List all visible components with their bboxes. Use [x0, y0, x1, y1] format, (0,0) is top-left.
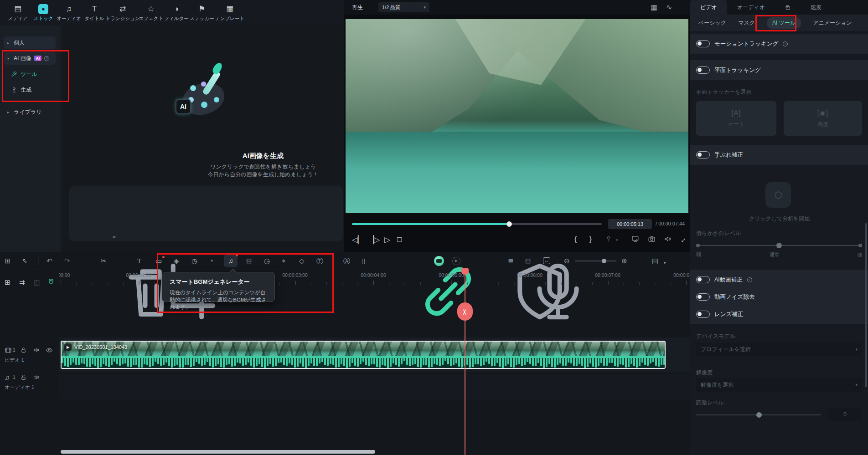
select-tool-icon[interactable]: ⇖: [22, 257, 28, 265]
playhead-split-button[interactable]: ✂: [457, 302, 473, 321]
ai-copilot-icon[interactable]: [434, 256, 444, 266]
tab-effects[interactable]: ☆エフェクト: [140, 4, 162, 22]
sidebar-item-ai-generate[interactable]: 生成: [11, 84, 52, 96]
tab-video[interactable]: ビデオ: [690, 0, 727, 15]
auto-ripple-icon[interactable]: ↔: [543, 257, 550, 264]
zoom-region-icon[interactable]: ⌖: [282, 257, 285, 265]
speed-ramp-icon[interactable]: ◷: [191, 257, 197, 265]
lock-icon[interactable]: [20, 347, 27, 353]
play-button[interactable]: ▷: [384, 235, 390, 245]
seek-bar[interactable]: [352, 223, 602, 225]
mask-tool-icon[interactable]: ▭: [155, 257, 162, 265]
device-profile-dropdown[interactable]: プロフィールを選択 ▾: [696, 343, 862, 356]
track-manager-caret[interactable]: ▾: [664, 259, 666, 266]
playhead-handle[interactable]: [461, 268, 469, 275]
multi-view-icon[interactable]: ▦: [651, 4, 657, 11]
redo-icon[interactable]: ↷: [64, 257, 70, 265]
analyze-icon[interactable]: ⬡: [765, 182, 791, 208]
timeline-clip[interactable]: ▶ VID_20230501_134043: [61, 341, 666, 369]
tab-filters[interactable]: ◑フィルター: [165, 4, 188, 22]
audio-track-lane[interactable]: [0, 374, 690, 399]
playhead-line[interactable]: [465, 269, 465, 455]
translate-icon[interactable]: Ⓣ: [316, 257, 323, 265]
video-frame[interactable]: [346, 19, 688, 213]
help-icon[interactable]: ?: [44, 56, 49, 61]
layout-grid-icon[interactable]: ⊞: [5, 257, 10, 265]
undo-icon[interactable]: ↶: [46, 257, 52, 265]
play-menu-label[interactable]: 再生: [352, 4, 363, 11]
planar-advanced-card[interactable]: [◉] 高度: [784, 101, 862, 136]
help-icon[interactable]: ?: [747, 277, 752, 282]
quality-dropdown[interactable]: 1/2 品質 ▾: [378, 2, 429, 12]
timeline-ruler[interactable]: 00:00:00 00:00:01:00 00:00:02:00 00:00:0…: [50, 270, 690, 285]
chroma-key-icon[interactable]: ◈: [174, 257, 179, 265]
sidebar-item-ai-image[interactable]: ▾ AI 画像 AI ?: [4, 52, 56, 65]
tab-media[interactable]: ▤メディア: [6, 4, 29, 22]
fullscreen-icon[interactable]: ↔: [677, 234, 688, 245]
subtab-mask[interactable]: マスク: [738, 19, 755, 27]
adjustment-handle[interactable]: [756, 412, 762, 418]
tab-templates[interactable]: ▦テンプレート: [216, 4, 243, 22]
screen-snapshot-icon[interactable]: ⊡: [525, 257, 531, 265]
split-scissors-icon[interactable]: ✂: [101, 257, 107, 265]
sidebar-item-ai-tools[interactable]: ツール: [11, 68, 52, 80]
motion-tracking-toggle[interactable]: [696, 40, 710, 47]
inspector-scrollbar[interactable]: [865, 223, 867, 387]
mute-speaker-icon[interactable]: [33, 374, 40, 381]
adjustment-slider[interactable]: [696, 414, 821, 415]
timeline-zoom-handle[interactable]: [602, 259, 606, 263]
insert-mode-icon[interactable]: ⇉: [19, 278, 25, 286]
marker-pin-icon[interactable]: [605, 235, 612, 242]
smart-bgm-generator-button[interactable]: ♫: [224, 255, 238, 267]
tab-stickers[interactable]: ⚑ステッカー: [191, 4, 213, 22]
stabilization-toggle[interactable]: [696, 151, 710, 158]
stop-button[interactable]: □: [397, 235, 402, 244]
mute-speaker-icon[interactable]: [33, 347, 40, 353]
tab-transitions[interactable]: ⇄トランジション: [108, 4, 137, 22]
speaker-icon[interactable]: [664, 235, 672, 243]
tab-audio[interactable]: ♫オーディオ: [57, 4, 80, 22]
eye-icon[interactable]: [46, 347, 53, 354]
tab-speed[interactable]: 速度: [801, 0, 832, 15]
planar-tracking-toggle[interactable]: [696, 66, 710, 74]
tab-color[interactable]: 色: [775, 0, 801, 15]
denoise-toggle[interactable]: [696, 293, 710, 301]
marker-caret-icon[interactable]: ▾: [616, 238, 618, 242]
subtab-ai-tools[interactable]: AI ツール: [767, 17, 801, 29]
timeline-zoom-slider[interactable]: [575, 261, 616, 261]
timeline-horizontal-scrollbar[interactable]: [61, 450, 375, 454]
timer-icon[interactable]: ◶: [264, 257, 270, 265]
mark-in-icon[interactable]: {: [574, 235, 577, 243]
sidebar-item-personal[interactable]: ▸ 個人: [4, 36, 56, 49]
planar-auto-card[interactable]: [A] オート: [696, 101, 776, 136]
mark-out-icon[interactable]: }: [589, 235, 592, 243]
voiceover-mic-icon[interactable]: [490, 257, 626, 326]
smoothness-handle[interactable]: [776, 243, 782, 248]
text-tool-icon[interactable]: T: [137, 257, 141, 265]
ai-enhance-toggle[interactable]: [696, 276, 710, 283]
scope-icon[interactable]: ∿: [666, 4, 672, 11]
lens-correction-toggle[interactable]: [696, 311, 710, 318]
subtitle-list-icon[interactable]: ≣: [508, 257, 514, 265]
keyframe-icon[interactable]: ◇: [299, 257, 305, 265]
next-frame-button[interactable]: ▕▷: [368, 235, 380, 245]
mirror-display-icon[interactable]: [631, 235, 639, 243]
trim-clip-icon[interactable]: ▯: [362, 257, 365, 265]
help-icon[interactable]: ?: [783, 41, 788, 46]
text-to-speech-icon[interactable]: ⊟: [246, 257, 252, 265]
lock-icon[interactable]: [20, 374, 27, 381]
color-palette-icon[interactable]: ◔: [209, 257, 213, 265]
prev-frame-button[interactable]: ◁▏: [352, 235, 364, 245]
subtab-animation[interactable]: アニメーション: [813, 19, 852, 27]
track-manager-icon[interactable]: ▤: [652, 257, 658, 265]
subtab-basic[interactable]: ベーシック: [698, 19, 726, 27]
render-preview-icon[interactable]: ▶: [452, 257, 460, 265]
tab-audio-insp[interactable]: オーディオ: [727, 0, 775, 15]
add-track-icon[interactable]: ⊞: [5, 278, 10, 286]
zoom-out-icon[interactable]: ⊖: [564, 257, 570, 265]
smoothness-slider[interactable]: [696, 245, 862, 246]
tab-titles[interactable]: Tタイトル: [83, 4, 106, 22]
adjustment-value-box[interactable]: 0: [828, 408, 862, 421]
sidebar-item-library[interactable]: ▸ ライブラリ: [4, 106, 56, 118]
snap-magnet-icon[interactable]: [47, 278, 55, 286]
